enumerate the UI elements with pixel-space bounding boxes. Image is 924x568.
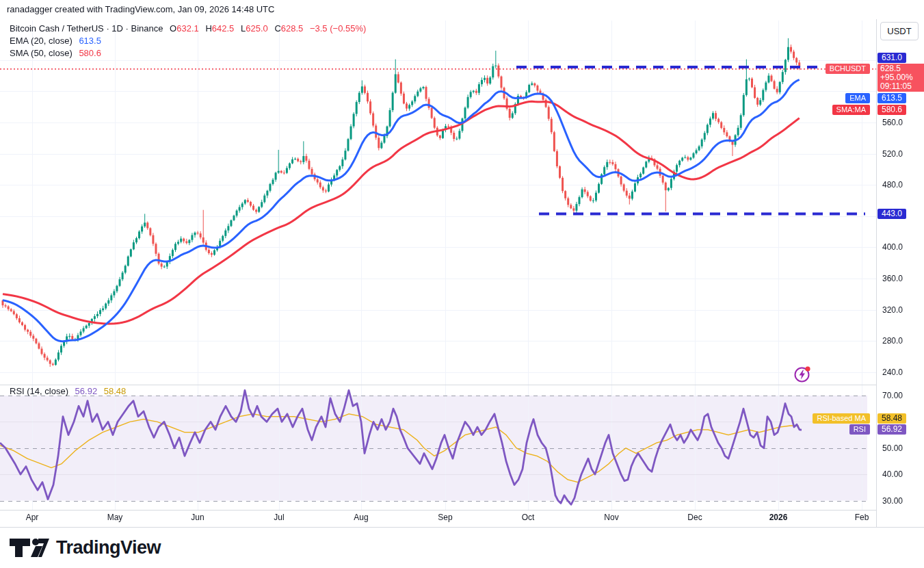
close-label: C <box>274 23 280 34</box>
low-value: 625.0 <box>246 23 268 34</box>
sma-legend-row[interactable]: SMA (50, close) 580.6 <box>10 48 366 59</box>
bar-countdown: 09:11:05 <box>880 82 924 91</box>
rsi-legend-row[interactable]: RSI (14, close) 56.92 58.48 <box>10 386 126 396</box>
rsi-tick-50.00: 50.00 <box>882 443 903 453</box>
ema-value: 613.5 <box>79 36 101 46</box>
price-tick-480.0: 480.0 <box>882 180 903 190</box>
rsi-tick-70.00: 70.00 <box>882 391 903 400</box>
tradingview-chart-page: ranadagger created with TradingView.com,… <box>0 0 924 568</box>
sma-label: SMA (50, close) <box>10 48 72 58</box>
symbol-tag: BCHUSDT <box>826 64 870 74</box>
symbol-title[interactable]: Bitcoin Cash / TetherUS · 1D · Binance <box>10 23 163 34</box>
sma-price-badge: 580.6 <box>877 105 906 115</box>
tradingview-logo-text: TradingView <box>56 537 161 558</box>
price-tick-360.0: 360.0 <box>882 274 903 283</box>
ema-tag: EMA <box>845 93 870 103</box>
sma-tag: SMA:MA <box>832 105 870 115</box>
month-label-Jun[interactable]: Jun <box>191 513 204 522</box>
open-value: 632.1 <box>176 23 199 34</box>
symbol-legend-row[interactable]: Bitcoin Cash / TetherUS · 1D · Binance O… <box>10 23 366 34</box>
price-chart-canvas[interactable] <box>0 0 876 527</box>
sma-value: 580.6 <box>79 48 101 58</box>
ema-label: EMA (20, close) <box>10 36 72 46</box>
tradingview-logo-icon <box>8 534 51 560</box>
rsi-label: RSI (14, close) <box>10 386 68 396</box>
resistance-price-badge: 631.0 <box>877 53 906 63</box>
open-label: O <box>170 23 176 34</box>
price-tick-320.0: 320.0 <box>882 305 903 315</box>
ema-legend-row[interactable]: EMA (20, close) 613.5 <box>10 36 366 47</box>
flash-icon[interactable] <box>792 364 813 385</box>
price-tick-240.0: 240.0 <box>882 367 903 377</box>
rsi-tag: RSI <box>849 424 870 435</box>
rsi-ma-value-badge: 58.48 <box>877 413 906 424</box>
chart-legend: Bitcoin Cash / TetherUS · 1D · Binance O… <box>10 23 366 60</box>
rsi-tick-40.00: 40.00 <box>882 469 903 479</box>
rsi-value: 56.92 <box>75 386 98 396</box>
month-label-2026[interactable]: 2026 <box>769 513 788 522</box>
rsi-ma-value: 58.48 <box>104 386 127 396</box>
month-label-Sep[interactable]: Sep <box>438 513 452 522</box>
last-price-badge: 628.5 +95.00% 09:11:05 <box>877 64 924 92</box>
month-label-Jul[interactable]: Jul <box>274 513 284 522</box>
rsi-ma-tag: RSI-based MA <box>813 413 870 424</box>
high-value: 642.5 <box>212 23 235 34</box>
month-label-Feb[interactable]: Feb <box>855 513 869 522</box>
high-label: H <box>205 23 211 34</box>
tradingview-logo[interactable]: TradingView <box>8 534 161 560</box>
price-tick-280.0: 280.0 <box>882 336 903 346</box>
month-label-Dec[interactable]: Dec <box>687 513 702 522</box>
currency-toggle-button[interactable]: USDT <box>880 22 919 40</box>
month-label-Aug[interactable]: Aug <box>354 513 368 522</box>
month-label-May[interactable]: May <box>107 513 123 522</box>
pane-separator[interactable] <box>0 385 924 385</box>
chart-bottom-border <box>0 527 924 528</box>
rsi-value-badge: 56.92 <box>877 424 906 435</box>
support-price-badge: 443.0 <box>877 209 906 219</box>
attribution-text: ranadagger created with TradingView.com,… <box>7 4 274 14</box>
price-tick-560.0: 560.0 <box>882 118 903 127</box>
month-label-Apr[interactable]: Apr <box>26 513 39 522</box>
time-axis-separator <box>0 510 924 511</box>
close-value: 628.5 <box>281 23 304 34</box>
ema-price-badge: 613.5 <box>877 93 906 103</box>
price-tick-400.0: 400.0 <box>882 242 903 252</box>
month-label-Oct[interactable]: Oct <box>522 513 535 522</box>
rsi-tick-30.00: 30.00 <box>882 496 903 506</box>
change-value: −3.5 (−0.55%) <box>310 23 366 34</box>
price-tick-520.0: 520.0 <box>882 149 903 159</box>
month-label-Nov[interactable]: Nov <box>604 513 618 522</box>
